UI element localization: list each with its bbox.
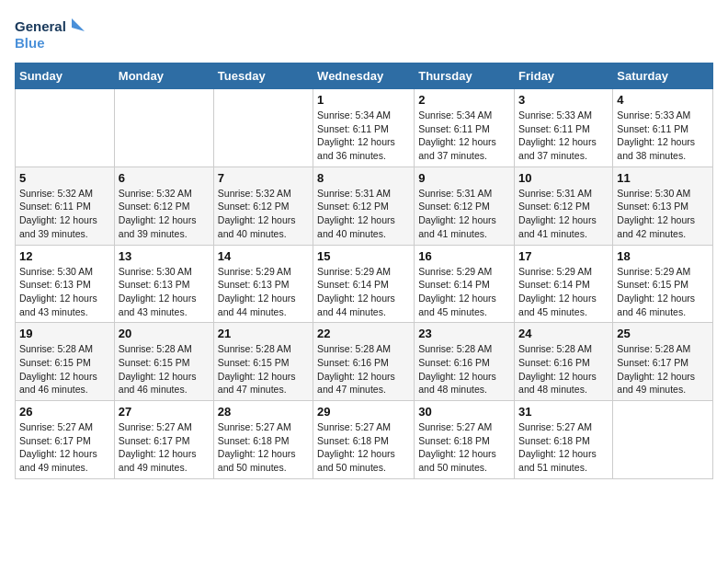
day-detail: Sunrise: 5:28 AM Sunset: 6:16 PM Dayligh… <box>418 342 510 396</box>
day-cell: 28Sunrise: 5:27 AM Sunset: 6:18 PM Dayli… <box>213 401 313 479</box>
week-row-3: 12Sunrise: 5:30 AM Sunset: 6:13 PM Dayli… <box>16 245 713 323</box>
day-number: 2 <box>418 93 510 107</box>
day-detail: Sunrise: 5:29 AM Sunset: 6:13 PM Dayligh… <box>218 265 309 319</box>
header-cell-saturday: Saturday <box>613 63 713 89</box>
day-detail: Sunrise: 5:29 AM Sunset: 6:15 PM Dayligh… <box>617 265 709 319</box>
day-cell: 2Sunrise: 5:34 AM Sunset: 6:11 PM Daylig… <box>415 89 515 167</box>
day-number: 14 <box>218 249 309 263</box>
day-detail: Sunrise: 5:31 AM Sunset: 6:12 PM Dayligh… <box>518 187 609 241</box>
day-detail: Sunrise: 5:27 AM Sunset: 6:18 PM Dayligh… <box>518 420 609 475</box>
day-cell: 5Sunrise: 5:32 AM Sunset: 6:11 PM Daylig… <box>16 167 115 245</box>
day-number: 26 <box>19 405 110 419</box>
day-cell: 14Sunrise: 5:29 AM Sunset: 6:13 PM Dayli… <box>213 245 313 323</box>
day-number: 17 <box>518 249 609 263</box>
day-detail: Sunrise: 5:27 AM Sunset: 6:18 PM Dayligh… <box>418 420 510 475</box>
day-number: 28 <box>218 405 309 419</box>
day-detail: Sunrise: 5:28 AM Sunset: 6:15 PM Dayligh… <box>218 342 309 396</box>
day-cell: 13Sunrise: 5:30 AM Sunset: 6:13 PM Dayli… <box>114 245 213 323</box>
day-cell: 16Sunrise: 5:29 AM Sunset: 6:14 PM Dayli… <box>415 245 515 323</box>
day-detail: Sunrise: 5:28 AM Sunset: 6:15 PM Dayligh… <box>19 342 110 396</box>
header-cell-thursday: Thursday <box>415 63 515 89</box>
day-detail: Sunrise: 5:34 AM Sunset: 6:11 PM Dayligh… <box>418 109 510 163</box>
day-detail: Sunrise: 5:28 AM Sunset: 6:16 PM Dayligh… <box>317 342 410 396</box>
day-detail: Sunrise: 5:28 AM Sunset: 6:16 PM Dayligh… <box>518 342 609 396</box>
day-number: 7 <box>218 171 309 185</box>
day-number: 27 <box>119 405 210 419</box>
day-cell: 21Sunrise: 5:28 AM Sunset: 6:15 PM Dayli… <box>213 323 313 401</box>
calendar-table: SundayMondayTuesdayWednesdayThursdayFrid… <box>15 63 713 479</box>
logo: General Blue <box>15 15 88 55</box>
day-number: 3 <box>518 93 609 107</box>
day-detail: Sunrise: 5:30 AM Sunset: 6:13 PM Dayligh… <box>19 265 110 319</box>
day-cell: 12Sunrise: 5:30 AM Sunset: 6:13 PM Dayli… <box>16 245 115 323</box>
logo-svg: General Blue <box>15 15 88 55</box>
day-cell <box>213 89 313 167</box>
day-number: 22 <box>317 327 410 340</box>
day-number: 8 <box>317 171 410 185</box>
week-row-2: 5Sunrise: 5:32 AM Sunset: 6:11 PM Daylig… <box>16 167 713 245</box>
day-cell: 23Sunrise: 5:28 AM Sunset: 6:16 PM Dayli… <box>415 323 515 401</box>
day-cell: 19Sunrise: 5:28 AM Sunset: 6:15 PM Dayli… <box>16 323 115 401</box>
day-detail: Sunrise: 5:29 AM Sunset: 6:14 PM Dayligh… <box>518 265 609 319</box>
day-cell: 20Sunrise: 5:28 AM Sunset: 6:15 PM Dayli… <box>114 323 213 401</box>
day-detail: Sunrise: 5:33 AM Sunset: 6:11 PM Dayligh… <box>518 109 609 163</box>
day-cell: 3Sunrise: 5:33 AM Sunset: 6:11 PM Daylig… <box>515 89 613 167</box>
week-row-4: 19Sunrise: 5:28 AM Sunset: 6:15 PM Dayli… <box>16 323 713 401</box>
day-cell: 29Sunrise: 5:27 AM Sunset: 6:18 PM Dayli… <box>313 401 415 479</box>
day-cell: 22Sunrise: 5:28 AM Sunset: 6:16 PM Dayli… <box>313 323 415 401</box>
day-number: 6 <box>119 171 210 185</box>
day-cell: 24Sunrise: 5:28 AM Sunset: 6:16 PM Dayli… <box>515 323 613 401</box>
day-detail: Sunrise: 5:33 AM Sunset: 6:11 PM Dayligh… <box>617 109 709 163</box>
header-cell-monday: Monday <box>114 63 213 89</box>
day-number: 19 <box>19 327 110 340</box>
svg-text:General: General <box>15 18 66 34</box>
day-detail: Sunrise: 5:28 AM Sunset: 6:15 PM Dayligh… <box>119 342 210 396</box>
week-row-5: 26Sunrise: 5:27 AM Sunset: 6:17 PM Dayli… <box>16 401 713 479</box>
day-detail: Sunrise: 5:28 AM Sunset: 6:17 PM Dayligh… <box>617 342 709 396</box>
header-cell-sunday: Sunday <box>16 63 115 89</box>
day-number: 13 <box>119 249 210 263</box>
day-detail: Sunrise: 5:27 AM Sunset: 6:17 PM Dayligh… <box>119 420 210 475</box>
header-row: SundayMondayTuesdayWednesdayThursdayFrid… <box>16 63 713 89</box>
day-number: 5 <box>19 171 110 185</box>
day-cell: 18Sunrise: 5:29 AM Sunset: 6:15 PM Dayli… <box>613 245 713 323</box>
day-detail: Sunrise: 5:32 AM Sunset: 6:12 PM Dayligh… <box>218 187 309 241</box>
day-cell: 6Sunrise: 5:32 AM Sunset: 6:12 PM Daylig… <box>114 167 213 245</box>
day-detail: Sunrise: 5:34 AM Sunset: 6:11 PM Dayligh… <box>317 109 410 163</box>
day-number: 15 <box>317 249 410 263</box>
day-detail: Sunrise: 5:30 AM Sunset: 6:13 PM Dayligh… <box>119 265 210 319</box>
day-number: 21 <box>218 327 309 340</box>
day-number: 24 <box>518 327 609 340</box>
day-number: 18 <box>617 249 709 263</box>
day-number: 12 <box>19 249 110 263</box>
day-cell: 1Sunrise: 5:34 AM Sunset: 6:11 PM Daylig… <box>313 89 415 167</box>
day-cell: 26Sunrise: 5:27 AM Sunset: 6:17 PM Dayli… <box>16 401 115 479</box>
day-number: 20 <box>119 327 210 340</box>
day-number: 30 <box>418 405 510 419</box>
day-detail: Sunrise: 5:27 AM Sunset: 6:18 PM Dayligh… <box>317 420 410 475</box>
day-cell: 15Sunrise: 5:29 AM Sunset: 6:14 PM Dayli… <box>313 245 415 323</box>
day-cell: 11Sunrise: 5:30 AM Sunset: 6:13 PM Dayli… <box>613 167 713 245</box>
day-cell: 31Sunrise: 5:27 AM Sunset: 6:18 PM Dayli… <box>515 401 613 479</box>
day-number: 25 <box>617 327 709 340</box>
day-cell: 10Sunrise: 5:31 AM Sunset: 6:12 PM Dayli… <box>515 167 613 245</box>
day-number: 10 <box>518 171 609 185</box>
day-cell: 30Sunrise: 5:27 AM Sunset: 6:18 PM Dayli… <box>415 401 515 479</box>
day-number: 16 <box>418 249 510 263</box>
day-number: 1 <box>317 93 410 107</box>
day-detail: Sunrise: 5:29 AM Sunset: 6:14 PM Dayligh… <box>418 265 510 319</box>
day-cell: 17Sunrise: 5:29 AM Sunset: 6:14 PM Dayli… <box>515 245 613 323</box>
day-number: 11 <box>617 171 709 185</box>
day-cell <box>16 89 115 167</box>
day-detail: Sunrise: 5:32 AM Sunset: 6:11 PM Dayligh… <box>19 187 110 241</box>
day-detail: Sunrise: 5:30 AM Sunset: 6:13 PM Dayligh… <box>617 187 709 241</box>
day-cell: 27Sunrise: 5:27 AM Sunset: 6:17 PM Dayli… <box>114 401 213 479</box>
header-cell-wednesday: Wednesday <box>313 63 415 89</box>
day-detail: Sunrise: 5:31 AM Sunset: 6:12 PM Dayligh… <box>418 187 510 241</box>
day-detail: Sunrise: 5:31 AM Sunset: 6:12 PM Dayligh… <box>317 187 410 241</box>
header-cell-tuesday: Tuesday <box>213 63 313 89</box>
day-number: 31 <box>518 405 609 419</box>
day-detail: Sunrise: 5:32 AM Sunset: 6:12 PM Dayligh… <box>119 187 210 241</box>
day-detail: Sunrise: 5:29 AM Sunset: 6:14 PM Dayligh… <box>317 265 410 319</box>
day-cell: 4Sunrise: 5:33 AM Sunset: 6:11 PM Daylig… <box>613 89 713 167</box>
